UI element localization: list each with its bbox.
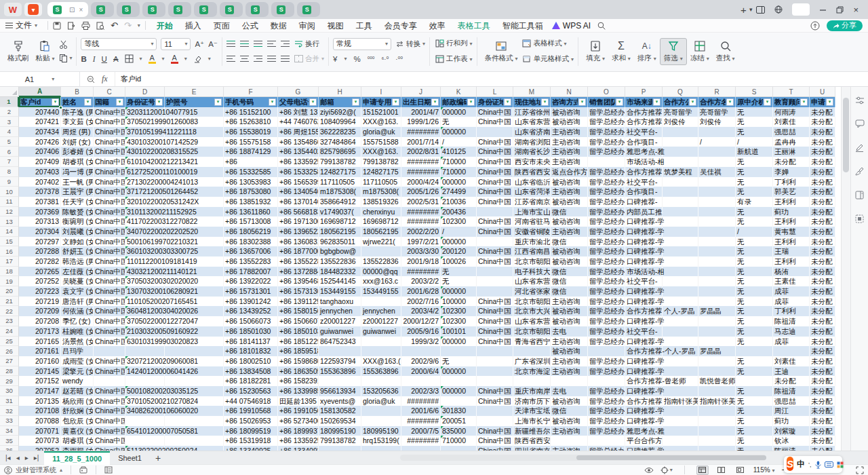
layout-mode-icon[interactable] [756, 6, 765, 14]
cell[interactable]: +86 1395468251 [278, 276, 319, 286]
cell[interactable]: 207135 [19, 396, 61, 406]
cell[interactable]: 2001/6/6 [401, 406, 441, 416]
cell[interactable] [477, 276, 513, 286]
row-number[interactable]: 3 [0, 117, 19, 127]
cell[interactable] [477, 356, 513, 366]
cell[interactable]: 未分配 [810, 207, 835, 217]
cell[interactable]: 微信 [551, 406, 588, 416]
cell[interactable]: China中国 [477, 107, 513, 117]
cell[interactable]: 135522836 [361, 256, 401, 267]
cell[interactable]: 未分配 [810, 386, 835, 396]
cell[interactable] [361, 246, 401, 256]
cell[interactable] [698, 267, 736, 277]
cell[interactable] [663, 436, 698, 446]
cell[interactable]: China中国 [94, 187, 125, 197]
cell[interactable] [319, 346, 361, 356]
cell[interactable]: 无 [736, 207, 773, 217]
cell[interactable]: 北京市朝阳 [513, 326, 551, 337]
cell[interactable]: 口碑推荐-学 [625, 356, 663, 366]
cell[interactable]: 无 [736, 246, 773, 256]
cell[interactable]: 151521001 [361, 107, 401, 117]
cell[interactable]: 未分配 [810, 297, 835, 307]
cell[interactable] [361, 416, 401, 426]
cell[interactable]: +86 1582391866 [278, 376, 319, 386]
cell[interactable]: 207440 [19, 107, 61, 117]
column-header-M[interactable]: M [513, 87, 551, 97]
cell[interactable]: 指南针张美 [663, 396, 698, 406]
row-number[interactable]: 16 [0, 246, 19, 256]
cell[interactable]: +86 15152100 [224, 107, 278, 117]
cell[interactable]: 无 [736, 386, 773, 396]
cell[interactable]: 430103200107142529 [125, 137, 165, 147]
cell[interactable]: 000000 [441, 107, 477, 117]
menu-tab[interactable]: 智能工具箱 [496, 19, 549, 33]
cell[interactable]: 留学总经办 [588, 137, 625, 147]
row-number[interactable]: 2 [0, 107, 19, 117]
align-center-icon[interactable] [240, 56, 249, 62]
convert-button[interactable]: 转换▾ [395, 39, 425, 50]
cell[interactable]: 340826200106060020 [125, 406, 165, 416]
cell[interactable]: 上海市宝山 [513, 207, 551, 217]
cell[interactable]: 169698712 [319, 216, 361, 227]
cell[interactable]: 100026 [441, 256, 477, 267]
cell[interactable]: China中国 [94, 216, 125, 227]
cell[interactable] [361, 446, 401, 451]
cell[interactable]: 2002/2/20 [401, 227, 441, 237]
cell[interactable] [125, 376, 165, 386]
cell[interactable]: 710000 [441, 157, 477, 167]
cell[interactable]: 124827175 [361, 167, 401, 177]
cell[interactable]: 舒妍玉 (女 [61, 246, 94, 256]
cell[interactable] [698, 337, 736, 347]
cell[interactable]: 口碑推荐-学 [625, 286, 663, 297]
cell[interactable] [441, 446, 477, 451]
cell[interactable]: bgbgbow@ [319, 246, 361, 256]
cell[interactable] [477, 267, 513, 277]
pen-edit-icon[interactable] [855, 143, 864, 152]
cell[interactable]: 陈子逸 (男 [61, 107, 94, 117]
cell[interactable]: 何依涵 (女 [61, 306, 94, 316]
cell[interactable]: 成菲 [773, 337, 810, 347]
cell[interactable]: 000000 [441, 366, 477, 377]
merge-cells-button[interactable]: 合并▾ [294, 54, 324, 64]
cell[interactable]: 无 [736, 107, 773, 117]
cell[interactable]: 无 [736, 406, 773, 416]
cell[interactable]: China中国 [477, 137, 513, 147]
cell[interactable] [477, 127, 513, 137]
filter-dropdown-button[interactable]: ▼ [689, 98, 696, 106]
cell[interactable]: / [736, 137, 773, 147]
cell[interactable]: 200436 [441, 207, 477, 217]
cell[interactable]: 未分配 [810, 267, 835, 277]
cell[interactable] [698, 237, 736, 247]
cell[interactable]: 合作方推荐-曾老师 [625, 376, 663, 386]
cell[interactable]: 207145 [19, 366, 61, 377]
cell[interactable]: +86 1598680231 [278, 356, 319, 366]
cell[interactable]: m1875308( [319, 187, 361, 197]
cell[interactable] [361, 346, 401, 356]
cell[interactable]: 110105200207165451 [125, 297, 165, 307]
cell[interactable]: 430102200208315525 [125, 147, 165, 157]
cell[interactable]: +86 19910568 [224, 406, 278, 416]
cell[interactable] [663, 256, 698, 267]
menu-tab[interactable]: 工具 [350, 19, 378, 33]
eye-protect-icon[interactable] [644, 467, 654, 474]
cell[interactable]: 无 [736, 436, 773, 446]
close-tab-icon[interactable]: × [79, 5, 83, 15]
copy-icon[interactable]: ▾ [59, 53, 72, 63]
cell[interactable]: XXX@163.( [361, 356, 401, 366]
menu-tab[interactable]: 数据 [264, 19, 293, 33]
cell[interactable] [698, 416, 736, 426]
cell[interactable]: 207288 [19, 246, 61, 256]
cell[interactable]: +86 1565399710 [278, 177, 319, 187]
cell[interactable]: 153449155 [361, 286, 401, 297]
cell[interactable]: 被动咨询 [551, 316, 588, 326]
cell[interactable]: 留学总经办 [588, 187, 625, 197]
cell[interactable] [319, 446, 361, 451]
window-tab[interactable]: S [91, 2, 114, 17]
cell[interactable]: 155363896 [361, 366, 401, 377]
cell[interactable] [773, 346, 810, 356]
cell[interactable]: +86 1859518772 [278, 346, 319, 356]
cell[interactable]: China中国 [477, 256, 513, 267]
cell[interactable]: +86 1354866895 [278, 137, 319, 147]
cell[interactable]: 彭睿婧 (女 [61, 147, 94, 157]
cell[interactable]: 安徽省铜陵 [513, 227, 551, 237]
